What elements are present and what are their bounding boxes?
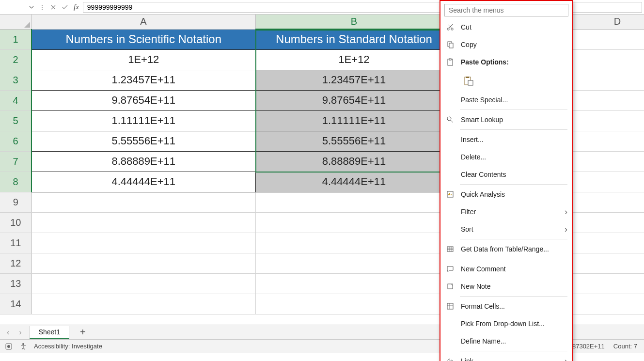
macro-record-icon[interactable] (5, 343, 13, 350)
tab-next-button[interactable]: › (17, 328, 23, 337)
ctx-paste-special[interactable]: Paste Special... (440, 91, 572, 109)
cell-b7[interactable]: 8.88889E+11 (255, 151, 453, 172)
cell[interactable] (574, 212, 644, 233)
comment-icon (445, 265, 455, 273)
ctx-new-note[interactable]: New Note (440, 278, 572, 295)
row-header[interactable]: 9 (0, 192, 31, 212)
cell-a1[interactable]: Numbers in Scientific Notation (31, 29, 255, 49)
ctx-label: Delete... (461, 153, 567, 161)
cell[interactable] (31, 294, 255, 314)
cell[interactable] (31, 192, 255, 212)
accessibility-status[interactable]: Accessibility: Investigate (34, 343, 102, 350)
row-header[interactable]: 8 (0, 172, 31, 192)
ctx-separator (460, 296, 567, 297)
row-header[interactable]: 12 (0, 253, 31, 273)
ctx-smart-lookup[interactable]: Smart Lookup (440, 111, 572, 128)
ctx-cut[interactable]: Cut (440, 18, 572, 36)
cell-a5[interactable]: 1.11111E+11 (31, 110, 255, 131)
ctx-quick-analysis[interactable]: Quick Analysis (440, 186, 572, 203)
row-header[interactable]: 10 (0, 212, 31, 233)
ctx-new-comment[interactable]: New Comment (440, 260, 572, 278)
cell[interactable] (574, 192, 644, 212)
cell-a2[interactable]: 1E+12 (31, 49, 255, 70)
ctx-sort[interactable]: Sort › (440, 220, 572, 238)
cell[interactable] (574, 70, 644, 90)
ctx-label: Quick Analysis (461, 190, 567, 198)
tab-prev-button[interactable]: ‹ (5, 328, 11, 337)
cell[interactable] (574, 172, 644, 192)
cell-a7[interactable]: 8.88889E+11 (31, 151, 255, 172)
row-header[interactable]: 13 (0, 273, 31, 294)
fx-label[interactable]: fx (72, 3, 81, 11)
ctx-define-name[interactable]: Define Name... (440, 332, 572, 350)
row-header[interactable]: 4 (0, 90, 31, 110)
cell[interactable] (574, 294, 644, 314)
ctx-delete[interactable]: Delete... (440, 148, 572, 166)
note-icon (445, 283, 455, 290)
paste-default-button[interactable] (461, 73, 476, 89)
cell[interactable] (574, 49, 644, 70)
cell-b3[interactable]: 1.23457E+11 (255, 70, 453, 90)
cell-b1[interactable]: Numbers in Standard Notation (255, 29, 453, 49)
enter-formula-button[interactable] (60, 2, 70, 12)
cell-b4[interactable]: 9.87654E+11 (255, 90, 453, 110)
cell[interactable] (31, 253, 255, 273)
row-header[interactable]: 7 (0, 151, 31, 172)
cell[interactable] (574, 273, 644, 294)
row-header[interactable]: 1 (0, 29, 31, 49)
row-header[interactable]: 11 (0, 233, 31, 253)
context-menu-search[interactable] (444, 4, 568, 16)
ctx-insert[interactable]: Insert... (440, 131, 572, 148)
cell-d1[interactable] (574, 29, 644, 49)
row-header[interactable]: 14 (0, 294, 31, 314)
cell[interactable] (574, 253, 644, 273)
ctx-filter[interactable]: Filter › (440, 203, 572, 220)
cell[interactable] (574, 151, 644, 172)
accessibility-icon[interactable] (19, 343, 27, 350)
cell-b5[interactable]: 1.11111E+11 (255, 110, 453, 131)
cell[interactable] (574, 110, 644, 131)
column-header-a[interactable]: A (31, 15, 255, 29)
cell-b8[interactable]: 4.44444E+11 (255, 172, 453, 192)
cell[interactable] (574, 131, 644, 151)
cell-a3[interactable]: 1.23457E+11 (31, 70, 255, 90)
column-header-d[interactable]: D (574, 15, 644, 29)
svg-rect-11 (468, 80, 473, 85)
ctx-paste-options-heading: Paste Options: (440, 53, 572, 71)
select-all-corner[interactable] (0, 15, 31, 29)
cell[interactable] (255, 212, 453, 233)
row-header[interactable]: 6 (0, 131, 31, 151)
cell[interactable] (31, 212, 255, 233)
cell[interactable] (31, 233, 255, 253)
ctx-clear-contents[interactable]: Clear Contents (440, 166, 572, 183)
ctx-copy[interactable]: Copy (440, 36, 572, 53)
name-box[interactable] (2, 5, 36, 10)
row-header[interactable]: 5 (0, 110, 31, 131)
cell[interactable] (574, 233, 644, 253)
cell-b6[interactable]: 5.55556E+11 (255, 131, 453, 151)
cell[interactable] (255, 294, 453, 314)
cell[interactable] (255, 192, 453, 212)
ctx-separator (460, 129, 567, 130)
ctx-link[interactable]: Link › (440, 352, 572, 361)
cancel-formula-button[interactable] (48, 2, 58, 12)
row-header[interactable]: 2 (0, 49, 31, 70)
add-sheet-button[interactable]: + (75, 327, 91, 338)
sheet-tab-active[interactable]: Sheet1 (30, 326, 69, 339)
cell[interactable] (255, 273, 453, 294)
ctx-label: New Note (461, 283, 567, 290)
cell[interactable] (255, 233, 453, 253)
cell[interactable] (31, 273, 255, 294)
chevron-right-icon: › (565, 224, 567, 235)
row-header[interactable]: 3 (0, 70, 31, 90)
cell[interactable] (574, 90, 644, 110)
ctx-format-cells[interactable]: Format Cells... (440, 298, 572, 315)
ctx-get-data[interactable]: Get Data from Table/Range... (440, 240, 572, 258)
cell-a6[interactable]: 5.55556E+11 (31, 131, 255, 151)
ctx-pick-dropdown[interactable]: Pick From Drop-down List... (440, 315, 572, 332)
cell-b2[interactable]: 1E+12 (255, 49, 453, 70)
cell[interactable] (255, 253, 453, 273)
cell-a8[interactable]: 4.44444E+11 (31, 172, 255, 192)
cell-a4[interactable]: 9.87654E+11 (31, 90, 255, 110)
column-header-b[interactable]: B (255, 15, 453, 29)
